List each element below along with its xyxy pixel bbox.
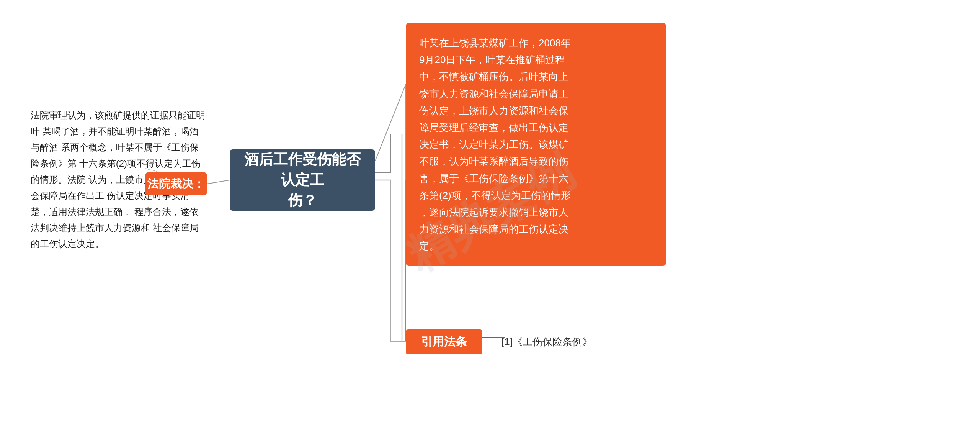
center-node-text: 酒后工作受伤能否认定工伤？ bbox=[230, 146, 375, 215]
svg-line-0 bbox=[207, 180, 230, 184]
canvas: 精典案例 bbox=[0, 0, 980, 426]
center-node: 酒后工作受伤能否认定工伤？ bbox=[230, 149, 375, 211]
right-content-box: 叶某在上饶县某煤矿工作，2008年9月20日下午，叶某在推矿桶过程中，不慎被矿桶… bbox=[406, 23, 666, 266]
citation-text: [1]《工伤保险条例》 bbox=[501, 335, 592, 349]
left-label-node: 法院裁决： bbox=[145, 172, 207, 195]
right-content-text: 叶某在上饶县某煤矿工作，2008年9月20日下午，叶某在推矿桶过程中，不慎被矿桶… bbox=[419, 34, 653, 254]
citation-box: 引用法条 bbox=[406, 329, 482, 354]
left-label-text: 法院裁决： bbox=[147, 176, 205, 192]
citation-label: 引用法条 bbox=[421, 334, 467, 350]
citation-ref: [1]《工伤保险条例》 bbox=[501, 336, 592, 347]
svg-line-1 bbox=[375, 84, 406, 161]
